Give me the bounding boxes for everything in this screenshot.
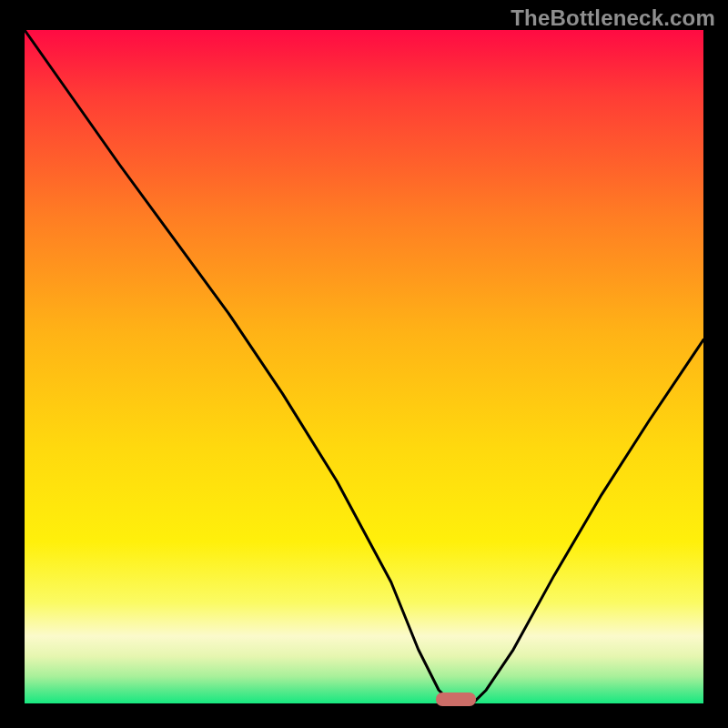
chart-frame: TheBottleneck.com [0,0,728,728]
optimal-marker [436,693,476,706]
gradient-background [25,30,703,703]
watermark-label: TheBottleneck.com [511,5,715,31]
plot-svg [25,30,703,703]
plot-area [25,30,703,703]
